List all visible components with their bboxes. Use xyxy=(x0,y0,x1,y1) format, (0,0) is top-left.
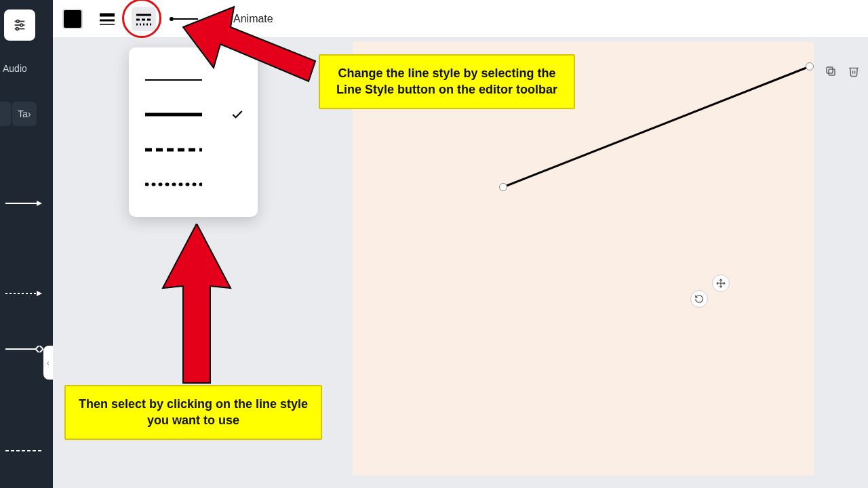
move-handle[interactable] xyxy=(712,274,730,292)
line-style-option-solid[interactable] xyxy=(129,100,258,129)
line-handle-start[interactable] xyxy=(499,183,507,191)
annotation-callout-top: Change the line style by selecting the L… xyxy=(319,54,575,109)
line-handle-end[interactable] xyxy=(806,62,814,70)
move-icon xyxy=(716,279,726,288)
rotate-icon xyxy=(694,294,704,304)
rotate-handle[interactable] xyxy=(690,290,708,308)
line-style-option-thin[interactable] xyxy=(129,65,258,95)
line-style-dropdown xyxy=(129,47,258,217)
line-style-option-dotted[interactable] xyxy=(129,169,258,199)
line-style-option-dashed[interactable] xyxy=(129,135,258,165)
check-icon xyxy=(231,108,244,121)
annotation-callout-bottom: Then select by clicking on the line styl… xyxy=(64,385,322,440)
